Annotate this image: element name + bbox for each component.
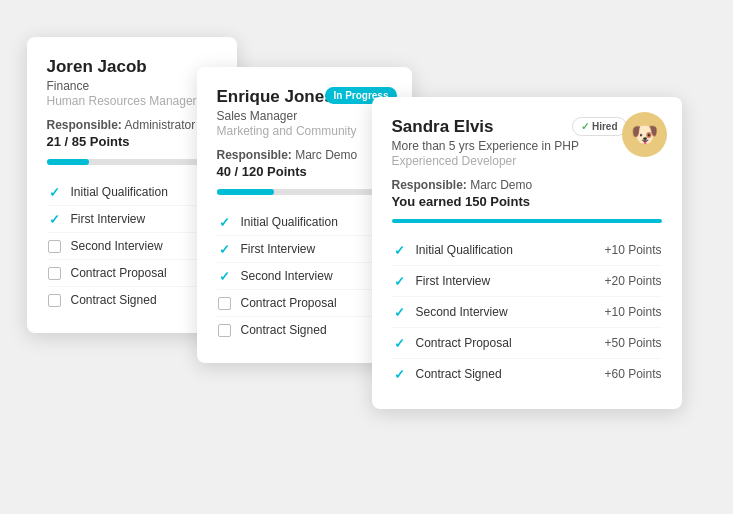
card2-progress-fill bbox=[217, 189, 275, 195]
check-empty-icon bbox=[47, 238, 63, 254]
check-done-icon: ✓ bbox=[217, 268, 233, 284]
list-item: Contract Signed bbox=[217, 317, 392, 343]
card1-responsible: Responsible: Administrator bbox=[47, 118, 217, 132]
list-item: ✓ Initial Qualification +10 Points bbox=[392, 235, 662, 266]
checklist-label: First Interview bbox=[71, 212, 217, 226]
checklist-label: Contract Proposal bbox=[71, 266, 217, 280]
card1-progress-bg bbox=[47, 159, 217, 165]
check-empty-icon bbox=[217, 322, 233, 338]
list-item: ✓ First Interview bbox=[47, 206, 217, 233]
checklist-label: First Interview bbox=[416, 274, 597, 288]
checklist-label: Contract Signed bbox=[241, 323, 392, 337]
check-done-icon: ✓ bbox=[392, 242, 408, 258]
checklist-label: Initial Qualification bbox=[71, 185, 217, 199]
hired-badge: Hired bbox=[572, 117, 627, 136]
card3-checklist: ✓ Initial Qualification +10 Points ✓ Fir… bbox=[392, 235, 662, 389]
checklist-label: First Interview bbox=[241, 242, 392, 256]
check-done-icon: ✓ bbox=[392, 273, 408, 289]
checklist-label: Contract Proposal bbox=[241, 296, 392, 310]
card2-points: 40 / 120 Points bbox=[217, 164, 392, 179]
checklist-label: Contract Signed bbox=[416, 367, 597, 381]
card1-name: Joren Jacob bbox=[47, 57, 217, 77]
checklist-points: +10 Points bbox=[604, 243, 661, 257]
checklist-label: Contract Signed bbox=[71, 293, 217, 307]
card1-points: 21 / 85 Points bbox=[47, 134, 217, 149]
card3-responsible: Responsible: Marc Demo bbox=[392, 178, 662, 192]
card-sandra: Hired 🐶 Sandra Elvis More than 5 yrs Exp… bbox=[372, 97, 682, 409]
list-item: Contract Signed bbox=[47, 287, 217, 313]
avatar: 🐶 bbox=[622, 112, 667, 157]
check-done-icon: ✓ bbox=[47, 184, 63, 200]
list-item: ✓ First Interview bbox=[217, 236, 392, 263]
card2-title: Sales Manager bbox=[217, 109, 392, 123]
checklist-label: Contract Proposal bbox=[416, 336, 597, 350]
card1-subtitle: Human Resources Manager bbox=[47, 94, 217, 108]
list-item: Contract Proposal bbox=[217, 290, 392, 317]
checklist-label: Initial Qualification bbox=[416, 243, 597, 257]
check-empty-icon bbox=[47, 292, 63, 308]
checklist-points: +20 Points bbox=[604, 274, 661, 288]
checklist-label: Second Interview bbox=[71, 239, 217, 253]
card2-checklist: ✓ Initial Qualification ✓ First Intervie… bbox=[217, 209, 392, 343]
list-item: ✓ Initial Qualification bbox=[47, 179, 217, 206]
card2-responsible: Responsible: Marc Demo bbox=[217, 148, 392, 162]
list-item: ✓ First Interview +20 Points bbox=[392, 266, 662, 297]
list-item: ✓ Contract Signed +60 Points bbox=[392, 359, 662, 389]
check-done-icon: ✓ bbox=[47, 211, 63, 227]
checklist-points: +10 Points bbox=[604, 305, 661, 319]
card3-subtitle: Experienced Developer bbox=[392, 154, 662, 168]
card3-progress bbox=[392, 219, 662, 223]
list-item: ✓ Contract Proposal +50 Points bbox=[392, 328, 662, 359]
card1-progress-fill bbox=[47, 159, 90, 165]
card1-checklist: ✓ Initial Qualification ✓ First Intervie… bbox=[47, 179, 217, 313]
list-item: Contract Proposal bbox=[47, 260, 217, 287]
list-item: ✓ Second Interview +10 Points bbox=[392, 297, 662, 328]
check-done-icon: ✓ bbox=[217, 214, 233, 230]
card3-points: You earned 150 Points bbox=[392, 194, 662, 209]
card2-progress-bg bbox=[217, 189, 392, 195]
checklist-label: Second Interview bbox=[241, 269, 392, 283]
check-done-icon: ✓ bbox=[392, 366, 408, 382]
checklist-label: Initial Qualification bbox=[241, 215, 392, 229]
check-done-icon: ✓ bbox=[392, 335, 408, 351]
card2-subtitle: Marketing and Community bbox=[217, 124, 392, 138]
list-item: ✓ Second Interview bbox=[217, 263, 392, 290]
card3-title: More than 5 yrs Experience in PHP bbox=[392, 139, 662, 153]
card1-title: Finance bbox=[47, 79, 217, 93]
checklist-label: Second Interview bbox=[416, 305, 597, 319]
check-empty-icon bbox=[47, 265, 63, 281]
checklist-points: +60 Points bbox=[604, 367, 661, 381]
cards-container: Joren Jacob Finance Human Resources Mana… bbox=[27, 17, 707, 497]
list-item: Second Interview bbox=[47, 233, 217, 260]
check-empty-icon bbox=[217, 295, 233, 311]
check-done-icon: ✓ bbox=[217, 241, 233, 257]
check-done-icon: ✓ bbox=[392, 304, 408, 320]
checklist-points: +50 Points bbox=[604, 336, 661, 350]
list-item: ✓ Initial Qualification bbox=[217, 209, 392, 236]
